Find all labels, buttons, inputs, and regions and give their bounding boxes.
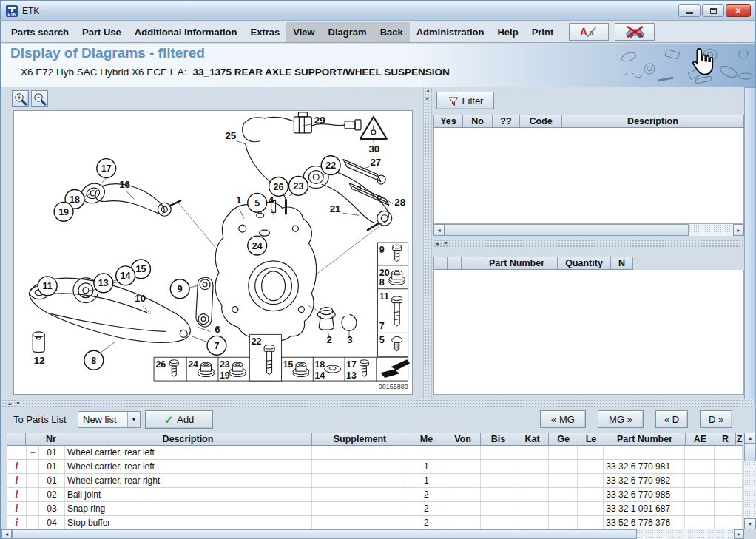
info-icon[interactable]: i [7,474,27,487]
label-1[interactable]: 1 [236,194,242,206]
info-icon[interactable]: i [7,502,27,515]
filter-table-body[interactable] [433,128,744,224]
scroll-up-icon[interactable]: ▲ [744,433,756,444]
svg-text:15: 15 [136,264,146,274]
scroll-left-icon[interactable]: ◄ [433,224,445,236]
collapse-down-icon[interactable]: ▼ [14,401,22,406]
bottom-hscrollbar[interactable]: ◄ ► [1,529,744,539]
add-button[interactable]: ✓ Add [145,410,213,429]
callout-17[interactable]: 17 [97,159,116,178]
close-vehicle-button[interactable] [615,23,655,41]
table-row[interactable]: i01Wheel carrier, rear right133 32 6 770… [7,474,743,488]
hscroll-thumb[interactable] [12,529,637,539]
callout-22[interactable]: 22 [321,156,340,175]
label-10[interactable]: 10 [135,293,146,304]
label-27[interactable]: 27 [370,157,381,168]
font-size-button[interactable]: A a [569,23,609,41]
label-29[interactable]: 29 [314,115,325,126]
filter-table-hscrollbar[interactable]: ◄ ► [433,224,744,236]
label-4[interactable]: 4 [269,194,274,206]
callout-14[interactable]: 14 [116,266,135,285]
minimize-button[interactable] [678,4,701,17]
label-6[interactable]: 6 [215,324,220,335]
info-icon [7,446,27,459]
menu-print[interactable]: Print [525,22,561,42]
nav-button-mg[interactable]: MG » [598,410,644,428]
zoom-in-button[interactable] [12,90,29,107]
scroll-right-icon[interactable]: ► [733,224,744,236]
hscroll-thumb[interactable] [445,224,689,236]
table-row[interactable]: i03Snap ring233 32 1 091 687 [7,502,743,516]
menu-parts-search[interactable]: Parts search [4,22,75,42]
diagram-canvas[interactable]: 1718192623225241514131198729253027161421… [13,110,413,395]
parts-col-ge: Ge [549,433,578,446]
table-row[interactable]: −01Wheel carrier, rear left [7,446,743,460]
collapse-up-icon[interactable]: ▲ [6,401,14,406]
scroll-left-icon[interactable]: ◄ [1,529,12,539]
parts-table-vscrollbar[interactable]: ▲ ▼ [744,433,756,529]
callout-8[interactable]: 8 [84,350,104,370]
vertical-splitter[interactable]: ◄ ► [423,87,432,399]
cell [516,460,549,473]
label-16[interactable]: 16 [119,179,130,190]
callout-19[interactable]: 19 [54,202,73,221]
menu-help[interactable]: Help [490,22,524,42]
label-3[interactable]: 3 [347,334,352,345]
table-row[interactable]: i01Wheel carrier, rear left133 32 6 770 … [7,460,743,474]
parts-col-ae: AE [686,433,715,446]
label-2[interactable]: 2 [326,334,331,345]
label-12[interactable]: 12 [34,355,45,366]
menu-additional-information[interactable]: Additional Information [128,22,244,42]
label-30[interactable]: 30 [368,143,379,155]
diagram-image-number: 00155889 [379,383,408,390]
callout-7[interactable]: 7 [207,336,226,355]
callout-23[interactable]: 23 [288,177,308,196]
label-25[interactable]: 25 [225,130,236,141]
collapse-left-icon[interactable]: ◄ [424,87,431,95]
cell [445,460,481,473]
menu-view[interactable]: View [286,22,321,42]
nav-button-mg[interactable]: « MG [540,410,586,428]
parts-col-me: Me [408,433,445,446]
label-28[interactable]: 28 [394,197,405,208]
menu-back[interactable]: Back [374,22,410,42]
zoom-out-button[interactable] [31,90,48,107]
nav-button-d[interactable]: D » [700,410,732,428]
table-row[interactable]: i04Stop buffer233 52 6 776 376 [7,516,743,529]
filter-button[interactable]: Filter [436,92,494,109]
svg-text:17: 17 [101,163,112,174]
close-button[interactable]: ✕ [726,4,751,17]
callout-26[interactable]: 26 [269,177,288,197]
info-icon[interactable]: i [7,460,27,473]
menu-extras[interactable]: Extras [243,22,286,42]
maximize-button[interactable] [702,4,724,17]
nav-button-d[interactable]: « D [655,410,688,428]
selection-table-body[interactable] [433,270,744,395]
menu-administration[interactable]: Administration [410,22,491,42]
menu-part-use[interactable]: Part Use [75,22,128,42]
callout-9[interactable]: 9 [170,279,189,299]
collapse-up-icon[interactable]: ▲ [433,240,442,245]
cell [516,488,549,501]
bottom-horizontal-splitter[interactable]: ▲ ▼ [1,399,755,407]
collapse-down-icon[interactable]: ▼ [442,240,450,245]
parts-list-select[interactable]: New list ▼ [78,411,141,428]
info-icon[interactable]: i [7,516,27,529]
callout-24[interactable]: 24 [248,236,267,255]
info-icon[interactable]: i [7,488,27,501]
menu-diagram[interactable]: Diagram [322,22,374,42]
label-21[interactable]: 21 [330,203,341,214]
scroll-right-icon[interactable]: ► [734,529,744,539]
collapse-icon[interactable]: − [27,446,39,459]
chevron-down-icon[interactable]: ▼ [127,412,140,427]
collapse-right-icon[interactable]: ► [424,95,431,102]
table-row[interactable]: i02Ball joint233 32 6 770 985 [7,488,743,502]
callout-13[interactable]: 13 [94,274,113,293]
vscroll-thumb[interactable] [744,444,756,461]
cell: Snap ring [65,502,312,515]
cell: 2 [408,488,445,501]
callout-5[interactable]: 5 [248,193,267,212]
callout-11[interactable]: 11 [38,277,57,296]
right-horizontal-splitter[interactable]: ▲ ▼ [433,239,744,247]
scroll-down-icon[interactable]: ▼ [744,518,756,529]
